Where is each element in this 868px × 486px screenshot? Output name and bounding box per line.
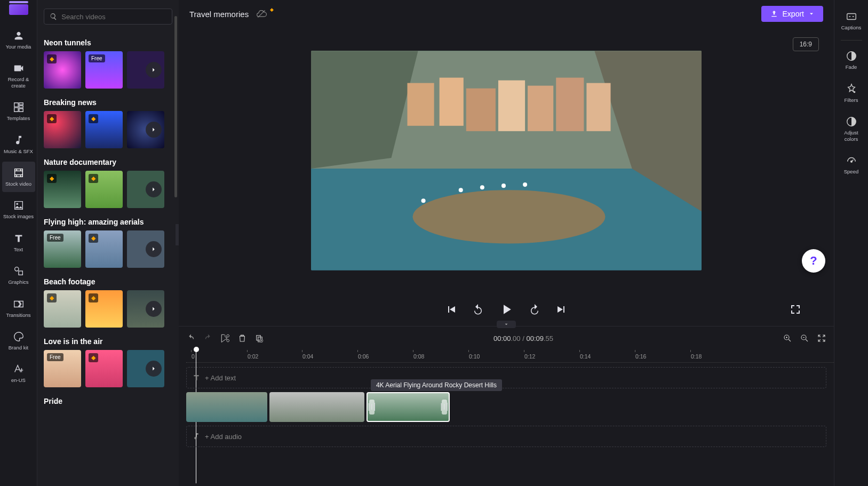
nav-stock-video[interactable]: Stock video [2, 162, 35, 192]
zoom-out-button[interactable] [800, 333, 809, 343]
filters-button[interactable]: Filters [837, 78, 866, 108]
time-total-frac: .55 [544, 334, 553, 342]
cloud-sync-off-icon[interactable] [256, 9, 267, 19]
scrollbar-thumb[interactable] [174, 16, 177, 197]
preview-image [311, 51, 702, 270]
category-next-button[interactable] [146, 122, 162, 138]
text-track[interactable]: + Add text [186, 367, 826, 388]
nav-record-create[interactable]: Record & create [2, 57, 35, 94]
stock-thumb[interactable]: ◆ [44, 51, 81, 89]
clip-trim-handle-right[interactable]: 〣 [442, 400, 447, 415]
time-current: 00:00 [493, 334, 511, 342]
video-preview[interactable] [311, 51, 702, 270]
nav-locale[interactable]: en-US [2, 358, 35, 388]
clip-trim-handle-left[interactable]: 〣 [369, 400, 375, 415]
main-area: Travel memories ◆ Export [179, 0, 834, 486]
playhead[interactable] [194, 347, 199, 352]
question-icon: ? [810, 254, 817, 268]
thumb-row: ◆ Free [44, 51, 172, 89]
nav-music-sfx[interactable]: Music & SFX [2, 129, 35, 160]
captions-button[interactable]: Captions [837, 5, 866, 36]
stock-thumb[interactable]: ◆ [44, 290, 81, 328]
chevron-right-icon [150, 126, 157, 133]
thumb-row: Free ◆ [44, 350, 172, 387]
timeline-ruler[interactable]: 0 0:02 0:04 0:06 0:08 0:10 0:12 0:14 0:1… [186, 350, 834, 363]
stock-thumb[interactable]: ◆ [85, 111, 123, 148]
search-box[interactable] [44, 9, 172, 25]
add-audio-label: + Add audio [205, 433, 242, 441]
tick: 0:18 [691, 353, 702, 360]
chevron-right-icon [150, 66, 157, 74]
svg-point-20 [523, 182, 527, 187]
tick: 0:12 [524, 353, 535, 360]
category-next-button[interactable] [146, 301, 162, 317]
video-clip[interactable] [186, 392, 267, 422]
nav-transitions[interactable]: Transitions [2, 293, 35, 323]
app-logo[interactable] [9, 4, 28, 15]
aspect-ratio-button[interactable]: 16:9 [793, 37, 819, 51]
skip-start-button[interactable] [445, 303, 458, 316]
tick: 0:10 [469, 353, 480, 360]
upload-icon [770, 10, 778, 18]
tracks-container: + Add text 〣 〣 4K Aerial Flying Around R… [179, 363, 834, 486]
stock-thumb[interactable]: ◆ [85, 171, 123, 208]
search-input[interactable] [61, 13, 166, 21]
nav-templates[interactable]: Templates [2, 96, 35, 126]
svg-rect-14 [586, 83, 610, 131]
stock-thumb[interactable]: Free [44, 350, 81, 387]
adjust-colors-button[interactable]: Adjust colors [837, 110, 866, 147]
stock-thumb[interactable]: Free [44, 230, 81, 268]
rewind-button[interactable] [472, 303, 484, 316]
stock-thumb[interactable]: ◆ [85, 230, 123, 268]
video-clip[interactable] [269, 392, 364, 422]
undo-button[interactable] [186, 333, 196, 343]
category-next-button[interactable] [146, 361, 162, 377]
fit-timeline-button[interactable] [817, 333, 826, 343]
category-next-button[interactable] [146, 241, 162, 257]
audio-track[interactable]: + Add audio [186, 426, 826, 447]
zoom-in-button[interactable] [783, 333, 792, 343]
stock-video-panel: Neon tunnels ◆ Free Breaking news ◆ ◆ Na… [37, 0, 179, 486]
nav-text[interactable]: Text [2, 227, 35, 258]
skip-end-button[interactable] [555, 303, 568, 316]
stock-thumb[interactable]: Free [85, 51, 123, 89]
premium-badge: ◆ [47, 114, 57, 123]
stock-thumb[interactable]: ◆ [85, 350, 123, 387]
stock-thumb[interactable]: ◆ [44, 171, 81, 208]
play-button[interactable] [498, 301, 514, 317]
help-button[interactable]: ? [802, 249, 825, 273]
palette-icon [13, 331, 25, 342]
nav-label: Record & create [3, 76, 34, 89]
speed-icon [846, 155, 857, 166]
export-button[interactable]: Export [761, 6, 823, 22]
svg-point-28 [853, 91, 855, 93]
fullscreen-button[interactable] [789, 303, 802, 316]
split-button[interactable] [220, 333, 230, 343]
delete-button[interactable] [237, 333, 247, 343]
nav-label: Transitions [6, 312, 30, 318]
stock-thumb[interactable]: ◆ [44, 111, 81, 148]
nav-your-media[interactable]: Your media [2, 25, 35, 55]
nav-stock-images[interactable]: Stock images [2, 194, 35, 225]
person-icon [13, 30, 25, 42]
project-name[interactable]: Travel memories [189, 10, 249, 19]
duplicate-button[interactable] [254, 333, 264, 343]
text-icon [192, 373, 201, 382]
nav-graphics[interactable]: Graphics [2, 260, 35, 290]
stock-thumb[interactable]: ◆ [85, 290, 123, 328]
speed-button[interactable]: Speed [837, 149, 866, 180]
fade-button[interactable]: Fade [837, 45, 866, 75]
video-clip-selected[interactable]: 〣 〣 4K Aerial Flying Around Rocky Desert… [367, 392, 450, 422]
category-nature-documentary: Nature documentary [44, 158, 172, 166]
expand-panel-button[interactable] [497, 321, 516, 328]
forward-button[interactable] [528, 303, 541, 316]
divider [841, 40, 862, 41]
category-next-button[interactable] [146, 181, 162, 197]
templates-icon [13, 101, 25, 113]
category-next-button[interactable] [146, 62, 162, 78]
redo-button[interactable] [203, 333, 213, 343]
nav-brand-kit[interactable]: Brand kit [2, 325, 35, 356]
video-track[interactable]: 〣 〣 4K Aerial Flying Around Rocky Desert… [186, 392, 826, 423]
nav-label: Stock video [5, 181, 31, 187]
tick: 0:04 [302, 353, 313, 360]
